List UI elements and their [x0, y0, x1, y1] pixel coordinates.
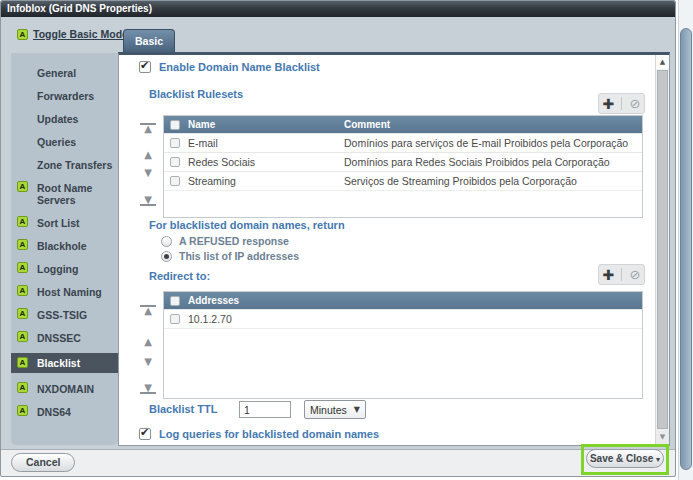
table-row[interactable]: 10.1.2.70 [164, 309, 642, 328]
sidebar-item-label: DNS64 [37, 406, 71, 418]
table-row[interactable]: Streaming Serviços de Streaming Proibido… [164, 171, 642, 190]
ttl-unit-select[interactable]: Minutes ▼ [304, 400, 366, 419]
advanced-badge-icon: A [17, 308, 28, 319]
sidebar-item-gss-tsig[interactable]: AGSS-TSIG [11, 305, 118, 325]
sidebar-item-label: Forwarders [37, 90, 94, 102]
column-header-comment[interactable]: Comment [344, 119, 642, 130]
scroll-up-icon[interactable]: ▲ [656, 55, 669, 69]
row-checkbox[interactable] [170, 138, 180, 148]
sidebar-item-forwarders[interactable]: Forwarders [11, 86, 118, 106]
ruleset-comment: Domínios para serviços de E-mail Proibid… [344, 137, 642, 149]
sidebar-item-blacklist[interactable]: ABlacklist [11, 353, 118, 373]
redirect-move-up-button[interactable]: ▲ [140, 337, 156, 347]
sidebar-item-label: Updates [37, 113, 78, 125]
page-scrollbar[interactable] [678, 0, 693, 480]
column-header-addresses[interactable]: Addresses [186, 295, 344, 306]
sidebar-item-label: Root Name Servers [37, 182, 92, 206]
advanced-badge-icon: A [17, 331, 28, 342]
radio-label: A REFUSED response [179, 235, 289, 247]
save-close-label: Save & Close [590, 453, 653, 464]
ruleset-name: Streaming [186, 175, 344, 187]
sidebar-item-label: Logging [37, 263, 78, 275]
radio-icon[interactable] [161, 236, 172, 247]
add-ruleset-icon[interactable]: ✚ [603, 95, 615, 113]
sidebar-item-blackhole[interactable]: ABlackhole [11, 236, 118, 256]
redirect-address: 10.1.2.70 [186, 313, 344, 325]
ruleset-comment: Domínios para Redes Sociais Proibidos pe… [344, 156, 642, 168]
enable-blacklist-label: Enable Domain Name Blacklist [159, 61, 320, 73]
sidebar-item-dnssec[interactable]: ADNSSEC [11, 328, 118, 348]
radio-label: This list of IP addresses [179, 250, 299, 262]
sidebar-item-label: DNSSEC [37, 332, 81, 344]
table-row[interactable]: Redes Sociais Domínios para Redes Sociai… [164, 152, 642, 171]
page-scrollbar-thumb[interactable] [680, 28, 692, 470]
sidebar-item-nxdomain[interactable]: ANXDOMAIN [11, 379, 118, 399]
dialog-title: Infoblox (Grid DNS Properties) [7, 3, 152, 14]
select-all-rulesets-checkbox[interactable] [170, 120, 180, 130]
advanced-badge-icon: A [17, 181, 28, 192]
sidebar-item-dns64[interactable]: ADNS64 [11, 402, 118, 422]
toolbar-divider [621, 97, 622, 110]
sidebar-item-updates[interactable]: Updates [11, 109, 118, 129]
add-address-icon[interactable]: ✚ [603, 266, 615, 284]
log-queries-label: Log queries for blacklisted domain names [159, 428, 379, 440]
sidebar-item-label: General [37, 67, 76, 79]
toggle-basic-mode-link[interactable]: A Toggle Basic Mode [17, 28, 128, 40]
grid-dns-properties-dialog: Infoblox (Grid DNS Properties) A Toggle … [0, 0, 676, 477]
content-scrollbar[interactable]: ▲ ▼ [655, 55, 669, 445]
save-close-highlight-annotation: Save & Close ▾ [581, 444, 669, 475]
sidebar-item-label: Blackhole [37, 240, 87, 252]
table-empty-area [164, 190, 642, 217]
dialog-titlebar[interactable]: Infoblox (Grid DNS Properties) [1, 1, 675, 17]
redirect-toolbar: ✚ ⊘ [598, 264, 645, 285]
scroll-down-icon[interactable]: ▼ [656, 430, 669, 445]
redirect-move-down-button[interactable]: ▼ [140, 357, 156, 367]
sidebar-item-sort-list[interactable]: ASort List [11, 213, 118, 233]
redirect-to-label: Redirect to: [149, 270, 210, 282]
sidebar-item-zone-transfers[interactable]: Zone Transfers [11, 155, 118, 175]
radio-selected-icon[interactable] [161, 251, 172, 262]
ttl-value-input[interactable] [239, 401, 291, 418]
disable-ruleset-icon[interactable]: ⊘ [630, 95, 641, 113]
ip-list-option[interactable]: This list of IP addresses [161, 250, 299, 262]
advanced-badge-icon: A [17, 239, 28, 250]
row-checkbox[interactable] [170, 176, 180, 186]
ttl-unit-value: Minutes [310, 404, 347, 416]
column-header-name[interactable]: Name [186, 119, 344, 130]
rulesets-move-bottom-button[interactable]: ▼ [140, 195, 156, 206]
rulesets-toolbar: ✚ ⊘ [598, 93, 645, 114]
rulesets-move-top-button[interactable]: ▲ [140, 123, 156, 134]
disable-address-icon[interactable]: ⊘ [630, 266, 641, 284]
scrollbar-thumb[interactable] [657, 70, 668, 429]
table-row[interactable]: E-mail Domínios para serviços de E-mail … [164, 133, 642, 152]
sidebar-item-general[interactable]: General [11, 63, 118, 83]
sidebar-item-label: Queries [37, 136, 76, 148]
redirect-move-bottom-button[interactable]: ▼ [140, 383, 156, 394]
log-queries-checkbox[interactable] [139, 428, 151, 440]
toggle-basic-mode-label: Toggle Basic Mode [33, 28, 128, 40]
save-close-button[interactable]: Save & Close ▾ [586, 449, 664, 468]
chevron-down-icon: ▼ [354, 405, 360, 414]
redirect-move-top-button[interactable]: ▲ [140, 305, 156, 316]
enable-blacklist-checkbox[interactable] [139, 61, 151, 73]
row-checkbox[interactable] [170, 314, 180, 324]
advanced-badge-icon: A [17, 357, 28, 368]
blacklist-ttl-label: Blacklist TTL [149, 403, 217, 415]
rulesets-table: Name Comment E-mail Domínios para serviç… [163, 115, 643, 218]
sidebar-item-host-naming[interactable]: AHost Naming [11, 282, 118, 302]
sidebar-item-queries[interactable]: Queries [11, 132, 118, 152]
rulesets-move-down-button[interactable]: ▼ [140, 168, 156, 178]
tab-basic[interactable]: Basic [123, 29, 175, 53]
advanced-badge-icon: A [17, 405, 28, 416]
refused-response-option[interactable]: A REFUSED response [161, 235, 289, 247]
sidebar-item-logging[interactable]: ALogging [11, 259, 118, 279]
select-all-addresses-checkbox[interactable] [170, 296, 180, 306]
rulesets-move-up-button[interactable]: ▲ [140, 150, 156, 160]
advanced-badge-icon: A [17, 216, 28, 227]
row-checkbox[interactable] [170, 157, 180, 167]
cancel-button[interactable]: Cancel [11, 453, 75, 472]
ruleset-name: Redes Sociais [186, 156, 344, 168]
advanced-badge-icon: A [17, 285, 28, 296]
ruleset-name: E-mail [186, 137, 344, 149]
sidebar-item-root-name-servers[interactable]: ARoot Name Servers [11, 178, 118, 210]
